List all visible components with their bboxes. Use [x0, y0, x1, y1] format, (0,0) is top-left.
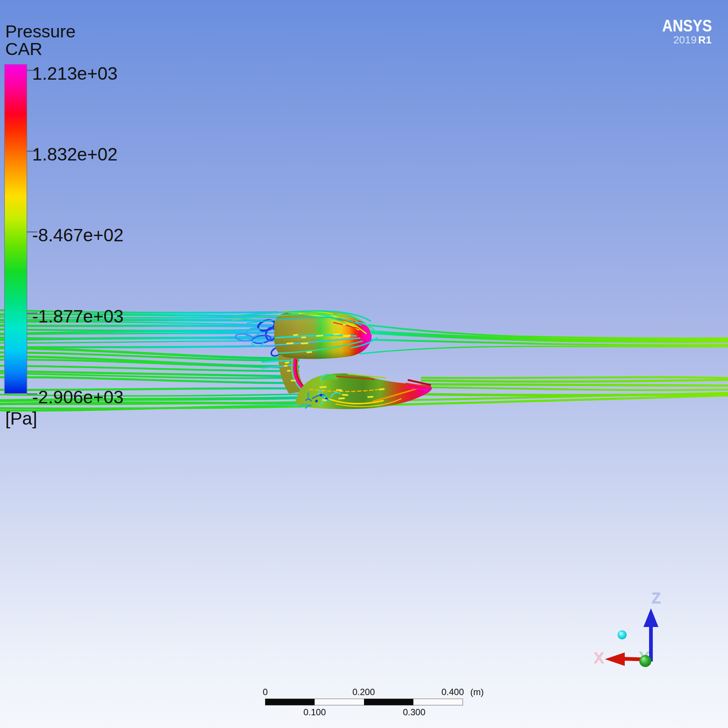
render-view-3d[interactable]: Pressure CAR 1.213e+03 1.832e+02 -8.467e… [0, 0, 728, 728]
legend-label: -1.877e+03 [32, 306, 124, 326]
legend-title: Pressure [5, 21, 76, 41]
legend-label: -8.467e+02 [32, 225, 124, 245]
brand-version: 2019 [673, 34, 697, 46]
legend-label: 1.832e+02 [32, 144, 118, 164]
ruler-unit: (m) [470, 687, 484, 697]
y-axis-sphere [639, 655, 651, 667]
legend-subtitle: CAR [5, 39, 42, 59]
ruler-label: 0.200 [352, 687, 375, 697]
triad-x-label: X [594, 650, 603, 666]
triad-z-label: Z [652, 590, 660, 606]
brand-release: R1 [698, 34, 711, 46]
ruler-segment-black [364, 699, 413, 705]
ruler-label: 0.100 [303, 707, 326, 717]
brand-text: ANSYS [662, 16, 712, 35]
legend-label: 1.213e+03 [32, 64, 118, 83]
ruler-label: 0.300 [403, 707, 425, 717]
ansys-viewport: Pressure CAR 1.213e+03 1.832e+02 -8.467e… [0, 0, 728, 728]
viewport-background [0, 0, 728, 728]
legend-label: -2.906e+03 [32, 387, 124, 407]
legend-colorbar [5, 64, 27, 393]
legend-unit: [Pa] [5, 408, 37, 428]
ruler-label: 0 [263, 687, 268, 697]
ruler-segment-black [265, 699, 315, 705]
ruler-label: 0.400 [442, 687, 464, 697]
iso-view-sphere[interactable] [618, 630, 627, 639]
